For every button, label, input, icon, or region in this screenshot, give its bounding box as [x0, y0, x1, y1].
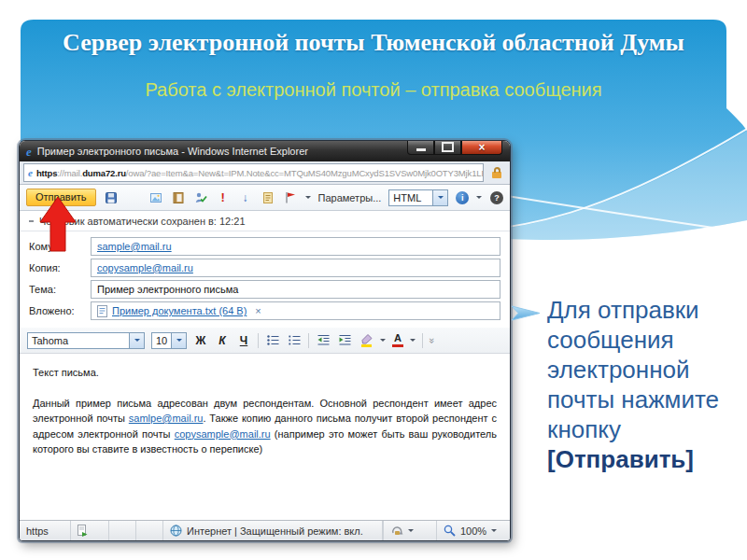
remove-attachment-icon[interactable]: × — [255, 305, 261, 316]
callout-arrow-icon — [512, 303, 541, 322]
increase-indent-icon[interactable] — [337, 333, 352, 348]
formatting-toolbar: Tahoma 10 Ж К Ч — [20, 328, 510, 354]
page-favicon-icon: e — [28, 168, 33, 178]
slide-subtitle: Работа с электронной почтой – отправка с… — [37, 79, 710, 101]
url-input[interactable]: e https://mail.duma72.ru/owa/?ae=Item&a=… — [23, 163, 484, 182]
maximize-button[interactable] — [434, 141, 461, 155]
info-dropdown-caret[interactable] — [476, 196, 482, 202]
save-icon[interactable] — [104, 190, 119, 205]
highlight-icon[interactable] — [359, 333, 374, 348]
info-icon[interactable]: i — [456, 191, 469, 204]
separator — [308, 333, 309, 348]
window-title: Пример электронного письма - Windows Int… — [37, 146, 308, 157]
separator — [422, 333, 423, 348]
collapse-dash-icon[interactable] — [29, 220, 34, 222]
globe-icon — [170, 525, 182, 537]
status-protocol: https — [20, 521, 71, 540]
minimize-button[interactable] — [407, 141, 434, 155]
zoom-magnifier-icon — [444, 525, 456, 537]
window-controls: × — [407, 141, 502, 155]
format-select-caret[interactable] — [432, 190, 447, 205]
body-paragraph: Данный пример письма адресован двум респ… — [33, 396, 497, 457]
attachment-file-icon — [97, 305, 107, 317]
address-bar: e https://mail.duma72.ru/owa/?ae=Item&a=… — [20, 161, 510, 185]
font-select-caret[interactable] — [129, 333, 144, 348]
underline-button[interactable]: Ч — [236, 335, 251, 346]
protected-mode-caret[interactable] — [408, 529, 414, 535]
font-select[interactable]: Tahoma — [27, 332, 145, 349]
attachment-box[interactable]: Пример документа.txt (64 В) × — [91, 301, 500, 320]
decrease-indent-icon[interactable] — [316, 333, 331, 348]
subject-text: Пример электронного письма — [97, 284, 238, 295]
slide-title: Сервер электронной почты Тюменской облас… — [28, 29, 719, 57]
attach-icon[interactable] — [126, 190, 141, 205]
attachment-label: Вложено: — [29, 305, 91, 316]
protected-mode-button[interactable] — [383, 521, 436, 540]
cc-row: Копия: copysample@mail.ru — [29, 259, 500, 277]
body-link-1[interactable]: samlpe@mail.ru — [129, 413, 204, 424]
subject-input[interactable]: Пример электронного письма — [91, 280, 500, 299]
flag-icon[interactable] — [283, 190, 298, 205]
callout: Для отправки сообщения электронной почты… — [512, 295, 732, 474]
zoom-caret[interactable] — [491, 529, 497, 535]
callout-text: Для отправки сообщения электронной почты… — [547, 295, 732, 474]
format-select[interactable]: HTML — [388, 189, 448, 206]
annotation-arrow-up — [37, 194, 82, 254]
status-zone: Интернет | Защищенный режим: вкл. — [163, 521, 383, 540]
close-button[interactable]: × — [461, 141, 502, 155]
url-text: https://mail.duma72.ru/owa/?ae=Item&a=Ne… — [36, 168, 484, 178]
separator — [258, 333, 259, 348]
attachment-link[interactable]: Пример документа.txt (64 В) — [112, 305, 247, 316]
ssl-lock-icon[interactable] — [487, 167, 506, 178]
status-spacer — [109, 521, 136, 540]
callout-emphasis: [Отправить] — [547, 444, 732, 474]
ie-logo-icon: e — [26, 146, 32, 158]
browser-window: e Пример электронного письма - Windows I… — [19, 140, 511, 541]
italic-button[interactable]: К — [215, 335, 230, 346]
highlight-dropdown-caret[interactable] — [380, 339, 386, 344]
flag-dropdown-caret[interactable] — [305, 196, 311, 202]
bullet-list-icon[interactable] — [265, 333, 280, 348]
to-input[interactable]: sample@mail.ru — [91, 237, 500, 256]
message-fields: Кому: sample@mail.ru Копия: copysample@m… — [20, 231, 510, 328]
zoom-control[interactable]: 100% — [436, 521, 510, 540]
bold-button[interactable]: Ж — [193, 335, 208, 346]
zoom-level: 100% — [460, 525, 486, 537]
status-bar: https Интернет | Защищенный режим: вкл. … — [20, 520, 510, 540]
attachment-row: Вложено: Пример документа.txt (64 В) × — [29, 301, 500, 320]
insert-document-icon[interactable] — [261, 190, 275, 205]
cc-recipient-link[interactable]: copysample@mail.ru — [97, 262, 193, 273]
status-zone-text: Интернет | Защищенный режим: вкл. — [187, 525, 363, 537]
help-icon[interactable]: ? — [490, 191, 503, 204]
slide: Сервер электронной почты Тюменской облас… — [0, 0, 747, 560]
refresh-lock-icon — [390, 525, 403, 537]
status-spacer — [136, 521, 163, 540]
autosave-notice: Черновик автоматически сохранен в: 12:21 — [20, 211, 510, 231]
options-button[interactable]: Параметры... — [318, 192, 382, 203]
font-color-dropdown-caret[interactable] — [410, 339, 416, 344]
font-color-button[interactable]: A — [392, 333, 403, 347]
body-intro: Текст письма. — [33, 365, 497, 381]
numbered-list-icon[interactable] — [287, 333, 302, 348]
importance-high-icon[interactable]: ! — [216, 190, 231, 205]
mail-toolbar: Отправить ! ↓ — [20, 185, 510, 211]
subject-row: Тема: Пример электронного письма — [29, 280, 500, 299]
to-row: Кому: sample@mail.ru — [29, 237, 500, 256]
font-size-caret[interactable] — [171, 333, 186, 348]
cc-label: Копия: — [29, 262, 91, 273]
cc-input[interactable]: copysample@mail.ru — [91, 259, 500, 277]
check-names-icon[interactable] — [193, 190, 208, 205]
message-body-editor[interactable]: Текст письма. Данный пример письма адрес… — [20, 354, 510, 520]
body-link-2[interactable]: copysample@mail.ru — [175, 428, 271, 440]
more-options-icon[interactable]: » — [427, 337, 438, 343]
address-book-icon[interactable] — [171, 190, 186, 205]
status-page-icon — [71, 521, 109, 540]
subject-label: Тема: — [29, 284, 91, 295]
importance-low-icon[interactable]: ↓ — [238, 190, 253, 205]
font-size-select[interactable]: 10 — [151, 332, 187, 349]
window-titlebar[interactable]: e Пример электронного письма - Windows I… — [20, 141, 510, 161]
picture-icon[interactable] — [148, 190, 163, 205]
to-recipient-link[interactable]: sample@mail.ru — [97, 241, 172, 252]
